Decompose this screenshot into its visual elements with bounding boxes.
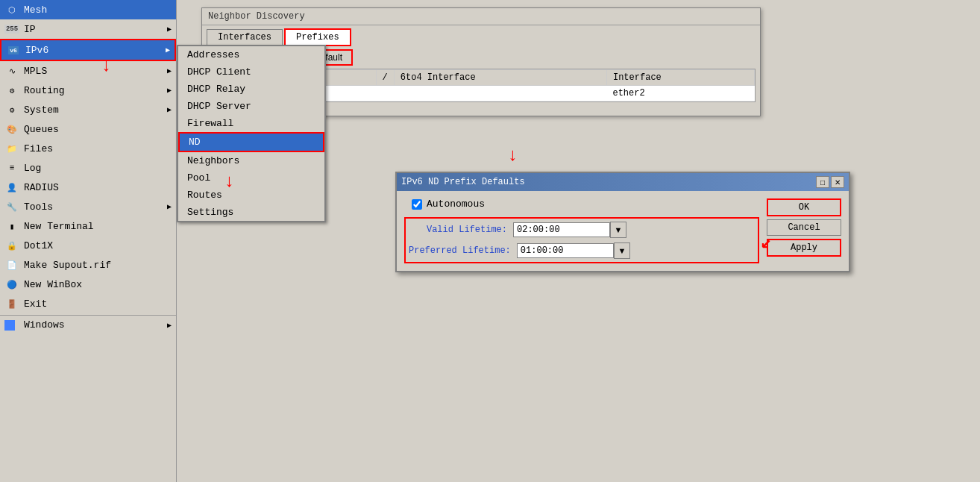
- cell-6to4: [394, 86, 606, 101]
- dropdown-item-addresses[interactable]: Addresses: [178, 46, 324, 63]
- dropdown-item-nd[interactable]: ND: [178, 132, 324, 152]
- autonomous-checkbox[interactable]: [412, 199, 422, 210]
- dropdown-item-dhcp-relay[interactable]: DHCP Relay: [178, 81, 324, 98]
- apply-button[interactable]: Apply: [767, 239, 841, 257]
- tabs-container: Interfaces Prefixes: [202, 25, 760, 46]
- sidebar-item-queues[interactable]: 🎨 Queues: [0, 119, 176, 139]
- ok-button[interactable]: OK: [767, 198, 841, 216]
- sidebar-item-routing[interactable]: ⚙ Routing ▶: [0, 81, 176, 100]
- ipv6-arrow: ▶: [166, 46, 170, 54]
- cell-interface: ether2: [606, 86, 754, 101]
- sidebar-item-log[interactable]: ≡ Log: [0, 158, 176, 178]
- preferred-lifetime-label: Preferred Lifetime:: [409, 245, 517, 256]
- col-slash: /: [376, 70, 394, 86]
- preferred-lifetime-spinner[interactable]: ▼: [614, 242, 630, 259]
- dropdown-item-dhcp-client[interactable]: DHCP Client: [178, 63, 324, 81]
- dropdown-item-firewall[interactable]: Firewall: [178, 115, 324, 132]
- sidebar: ⬡ Mesh 255 IP ▶ v6 IPv6 ▶ ∿ MPLS ▶ ⚙ Rou…: [0, 0, 177, 482]
- sidebar-item-windows[interactable]: Windows ▶: [0, 317, 176, 333]
- sidebar-item-tools[interactable]: 🔧 Tools ▶: [0, 197, 176, 216]
- red-arrow-3: ↓: [507, 145, 518, 166]
- sidebar-item-new-winbox[interactable]: 🔵 New WinBox: [0, 275, 176, 294]
- valid-lifetime-input[interactable]: [513, 222, 610, 237]
- tools-icon: 🔧: [4, 199, 19, 214]
- minimize-button[interactable]: □: [816, 176, 829, 188]
- dialog-left: Autonomous Valid Lifetime: ▼ Preferred L…: [404, 198, 759, 263]
- mesh-icon: ⬡: [4, 2, 19, 17]
- sidebar-item-new-terminal[interactable]: ▮ New Terminal: [0, 216, 176, 236]
- queues-icon: 🎨: [4, 122, 19, 137]
- preferred-lifetime-input[interactable]: [517, 243, 614, 258]
- titlebar-buttons: □ ✕: [816, 176, 844, 188]
- system-arrow: ▶: [167, 105, 172, 114]
- sidebar-item-ip[interactable]: 255 IP ▶: [0, 19, 176, 39]
- sidebar-item-mesh[interactable]: ⬡ Mesh: [0, 0, 176, 19]
- ip-icon: 255: [4, 22, 19, 37]
- terminal-icon: ▮: [4, 219, 19, 234]
- dot1x-icon: 🔒: [4, 238, 19, 253]
- dialog-body: Autonomous Valid Lifetime: ▼ Preferred L…: [397, 191, 849, 271]
- dropdown-item-pool[interactable]: Pool: [178, 169, 324, 187]
- ip-arrow: ▶: [167, 25, 172, 34]
- dialog: IPv6 ND Prefix Defaults □ ✕ Autonomous V…: [395, 172, 850, 272]
- make-supout-icon: 📄: [4, 257, 19, 272]
- mpls-arrow: ▶: [167, 66, 172, 75]
- preferred-lifetime-row: Preferred Lifetime: ▼: [409, 242, 755, 259]
- tools-arrow: ▶: [167, 202, 172, 211]
- sidebar-item-ipv6[interactable]: v6 IPv6 ▶: [0, 39, 176, 61]
- sidebar-item-dot1x[interactable]: 🔒 Dot1X: [0, 236, 176, 255]
- dropdown-item-settings[interactable]: Settings: [178, 204, 324, 221]
- routing-arrow: ▶: [167, 86, 172, 95]
- windows-icon: [4, 320, 15, 331]
- log-icon: ≡: [4, 160, 19, 175]
- dialog-titlebar: IPv6 ND Prefix Defaults □ ✕: [397, 173, 849, 191]
- sidebar-item-exit[interactable]: 🚪 Exit: [0, 294, 176, 313]
- dropdown-item-neighbors[interactable]: Neighbors: [178, 152, 324, 169]
- close-button[interactable]: ✕: [831, 176, 844, 188]
- radius-icon: 👤: [4, 180, 19, 195]
- winbox-icon: 🔵: [4, 277, 19, 292]
- files-icon: 📁: [4, 141, 19, 156]
- dropdown-item-routes[interactable]: Routes: [178, 187, 324, 204]
- col-6to4: 6to4 Interface: [394, 70, 606, 86]
- valid-lifetime-label: Valid Lifetime:: [409, 225, 513, 235]
- cell-slash: [376, 86, 394, 101]
- col-interface: Interface: [606, 70, 754, 86]
- sidebar-item-files[interactable]: 📁 Files: [0, 139, 176, 158]
- sidebar-item-system[interactable]: ⚙ System ▶: [0, 100, 176, 119]
- routing-icon: ⚙: [4, 83, 19, 98]
- valid-lifetime-row: Valid Lifetime: ▼: [409, 222, 755, 238]
- sidebar-item-make-supout[interactable]: 📄 Make Supout.rif: [0, 255, 176, 275]
- nd-panel-title: Neighbor Discovery: [202, 8, 760, 25]
- sidebar-item-mpls[interactable]: ∿ MPLS ▶: [0, 61, 176, 81]
- windows-arrow: ▶: [167, 321, 172, 330]
- tab-prefixes[interactable]: Prefixes: [284, 28, 351, 46]
- system-icon: ⚙: [4, 102, 19, 117]
- exit-icon: 🚪: [4, 296, 19, 311]
- dropdown-item-dhcp-server[interactable]: DHCP Server: [178, 98, 324, 115]
- mpls-icon: ∿: [4, 63, 19, 78]
- sidebar-divider: [0, 315, 176, 316]
- dropdown-menu: Addresses DHCP Client DHCP Relay DHCP Se…: [177, 45, 326, 222]
- cancel-button[interactable]: Cancel: [767, 219, 841, 236]
- sidebar-item-radius[interactable]: 👤 RADIUS: [0, 178, 176, 197]
- autonomous-label: Autonomous: [427, 198, 485, 210]
- ipv6-icon: v6: [6, 43, 21, 57]
- autonomous-row: Autonomous: [404, 198, 759, 210]
- tab-interfaces[interactable]: Interfaces: [207, 29, 283, 46]
- dialog-right: OK Cancel Apply: [767, 198, 841, 263]
- fields-group: Valid Lifetime: ▼ Preferred Lifetime: ▼: [404, 217, 759, 263]
- valid-lifetime-spinner[interactable]: ▼: [610, 222, 626, 238]
